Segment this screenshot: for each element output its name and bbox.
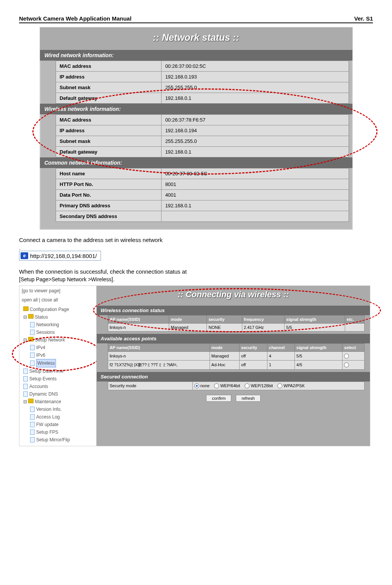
security-radio-wep128[interactable]: WEP/128bit [245, 383, 273, 389]
tree-item-accounts[interactable]: Accounts [23, 383, 94, 390]
wired-table: MAC address00:26:37:00:02:5C IP address1… [56, 61, 349, 104]
common-table: Host name00-26-37-00-02-5C HTTP Port No.… [56, 168, 349, 222]
url-text: http://192,168,0,194:8001/ [30, 253, 97, 259]
secured-table: Security mode none WEP/64bit WEP/128bit … [108, 381, 365, 391]
tree-item-datetime[interactable]: Setup Date/Time [23, 367, 94, 375]
go-to-viewer-link[interactable]: [go to viewer page] [22, 288, 94, 293]
table-row: Default gateway192.168.0.1 [56, 93, 349, 104]
page-icon [30, 422, 35, 427]
table-row: linksys-n Managed NONE 2.417 GHz 5/5 [108, 324, 364, 332]
body-text: When the connection is successful, check… [19, 268, 373, 275]
network-status-screenshot: :: Network status :: Wired network infor… [40, 27, 353, 230]
common-header: Common network information: [40, 157, 352, 168]
folder-icon [28, 399, 34, 403]
aps-header: Available access points [97, 334, 370, 343]
folder-icon [23, 306, 29, 311]
tree-item-mirror[interactable]: Setup Mirror/Flip [30, 436, 94, 444]
tree-item-version[interactable]: Version Info. [30, 405, 94, 413]
browser-address-bar[interactable]: e http://192,168,0,194:8001/ [19, 251, 101, 261]
doc-version: Ver. S1 [354, 15, 373, 22]
nav-tree: Configuration Page ⊟ Status Networking S… [22, 306, 94, 444]
wireless-main: :: Connecting via wireless :: Wireless c… [96, 286, 370, 446]
tree-item-wireless[interactable]: Wireless [30, 359, 94, 367]
tree-item-accesslog[interactable]: Access Log [30, 413, 94, 421]
conn-status-table: AP name(SSID) mode security frequency si… [108, 315, 365, 332]
page-icon [30, 437, 35, 442]
table-row: MAC address00:26:37:78:F6:57 [56, 115, 349, 125]
page-icon [30, 361, 35, 366]
page-icon [23, 391, 28, 397]
select-radio[interactable] [342, 360, 364, 369]
table-row: Host name00-26-37-00-02-5C [56, 168, 349, 179]
page-icon [23, 384, 28, 389]
security-radio-none[interactable]: none [194, 383, 210, 389]
page-icon [23, 376, 28, 381]
table-row: HTTP Port No.8001 [56, 179, 349, 190]
table-row: Primary DNS address192.168.0.1 [56, 200, 349, 211]
folder-icon [28, 314, 34, 319]
ie-icon: e [21, 252, 28, 259]
tree-status[interactable]: ⊟ Status [23, 313, 94, 321]
conn-status-header: Wireless connection status [97, 306, 370, 315]
table-row: IP address192.168.0.193 [56, 72, 349, 82]
page-icon [30, 414, 35, 420]
page-icon [30, 430, 35, 435]
network-status-title: :: Network status :: [40, 27, 352, 50]
table-row: Subnet mask255.255.255.0 [56, 82, 349, 93]
tree-item-ddns[interactable]: Dynamic DNS [23, 390, 94, 398]
config-sidebar: [go to viewer page] open all | close all… [19, 286, 96, 446]
folder-icon [28, 337, 34, 341]
wireless-header: Wireless network information: [40, 104, 352, 114]
aps-table: AP name(SSID) mode security channel sign… [108, 343, 365, 370]
tree-setup-network[interactable]: ⊟ Setup Network [23, 336, 94, 344]
body-text: . [19, 245, 373, 251]
tree-item-events[interactable]: Setup Events [23, 375, 94, 383]
select-radio[interactable] [342, 352, 364, 361]
tree-item-ipv4[interactable]: IPv4 [30, 344, 94, 351]
tree-item-sessions[interactable]: Sessions [30, 329, 94, 336]
table-row: Secondary DNS address [56, 211, 349, 222]
tree-item-fwupdate[interactable]: FW update [30, 421, 94, 428]
table-row: IP address192.168.0.194 [56, 125, 349, 136]
tree-root[interactable]: Configuration Page [23, 306, 94, 313]
table-row: linksys-n Managed off 4 5/5 [108, 352, 364, 361]
page-icon [23, 369, 28, 374]
body-text: Connect a camera to the address set in w… [19, 237, 373, 243]
table-row: Default gateway192.168.0.1 [56, 147, 349, 157]
security-radio-wep64[interactable]: WEP/64bit [214, 383, 240, 389]
page-icon [30, 407, 35, 412]
table-row: Subnet mask255.255.255.0 [56, 136, 349, 147]
wireless-page-screenshot: [go to viewer page] open all | close all… [19, 285, 370, 446]
secured-header: Secured connection [97, 372, 370, 381]
wireless-table: MAC address00:26:37:78:F6:57 IP address1… [56, 114, 349, 157]
wireless-title: :: Connecting via wireless :: [97, 286, 370, 303]
wired-header: Wired network information: [40, 50, 352, 61]
confirm-button[interactable]: confirm [206, 395, 231, 402]
tree-item-fps[interactable]: Setup FPS [30, 428, 94, 436]
tree-item-networking[interactable]: Networking [30, 321, 94, 329]
page-icon [30, 345, 35, 350]
table-row: Security mode none WEP/64bit WEP/128bit … [108, 381, 364, 390]
page-icon [30, 330, 35, 335]
table-row: Data Port No.4001 [56, 190, 349, 200]
tree-maintenance[interactable]: ⊟ Maintenance [23, 398, 94, 405]
table-row: f2 ?1X?Z%}| |X數??ミ??Tミミ?tAf=, Ad-Hoc off… [108, 360, 364, 369]
refresh-button[interactable]: refresh [236, 395, 260, 402]
security-radio-wpa2[interactable]: WPA2/PSK [277, 383, 304, 389]
tree-item-ipv6[interactable]: IPv6 [30, 351, 94, 359]
table-row: MAC address00:26:37:00:02:5C [56, 61, 349, 72]
open-close-all-link[interactable]: open all | close all [22, 297, 94, 303]
body-text: [Setup Page>Setup Network >Wireless]. [19, 276, 373, 282]
page-icon [30, 322, 35, 327]
doc-title: Network Camera Web Application Manual [19, 15, 131, 22]
page-icon [30, 353, 35, 358]
